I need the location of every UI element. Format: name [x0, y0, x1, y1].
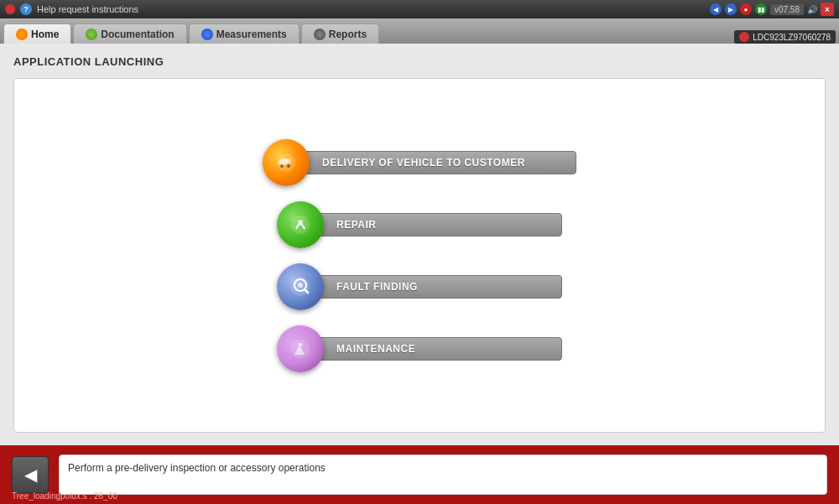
- bottom-bar: ◀ Perform a pre-delivery inspection or a…: [0, 445, 839, 504]
- svg-point-6: [298, 220, 303, 225]
- title-bar-text: Help request instructions: [37, 4, 705, 14]
- launch-panel: DELIVERY OF VEHICLE TO CUSTOMER REPAIR: [13, 78, 826, 433]
- svg-point-3: [280, 164, 284, 168]
- measurements-tab-icon: [201, 29, 213, 40]
- tab-reports[interactable]: Reports: [301, 23, 379, 44]
- svg-point-2: [286, 158, 291, 164]
- tab-documentation[interactable]: Documentation: [73, 23, 186, 44]
- description-box: Perform a pre-delivery inspection or acc…: [59, 455, 827, 495]
- launch-item-repair[interactable]: REPAIR: [277, 201, 562, 248]
- delivery-label: DELIVERY OF VEHICLE TO CUSTOMER: [305, 151, 576, 174]
- help-icon: ?: [20, 3, 32, 15]
- repair-icon: [277, 201, 324, 248]
- close-icon[interactable]: [5, 4, 15, 14]
- status-text: Tree_loadingpolux.s : 26_00: [12, 491, 117, 501]
- nav-back-icon[interactable]: ◀: [710, 3, 722, 15]
- main-content: APPLICATION LAUNCHING DELIVERY OF VEHICL…: [0, 44, 839, 445]
- reports-tab-label: Reports: [329, 29, 367, 40]
- tab-bar: Home Documentation Measurements Reports …: [0, 18, 839, 44]
- repair-label: REPAIR: [319, 213, 562, 236]
- launch-item-maintenance[interactable]: MAINTENANCE: [277, 325, 562, 372]
- fault-label: FAULT FINDING: [319, 275, 562, 299]
- documentation-tab-icon: [86, 29, 97, 40]
- volume-icon[interactable]: ▮▮: [755, 3, 767, 15]
- maintenance-icon: [277, 325, 324, 372]
- svg-point-9: [298, 283, 303, 288]
- documentation-tab-label: Documentation: [101, 29, 174, 40]
- home-tab-icon: [16, 29, 28, 40]
- vehicle-id-text: LDC923LZ97060278: [753, 33, 831, 42]
- fault-icon: [277, 263, 324, 310]
- launch-item-delivery[interactable]: DELIVERY OF VEHICLE TO CUSTOMER: [263, 139, 576, 186]
- tab-measurements[interactable]: Measurements: [189, 23, 300, 44]
- title-bar-controls: ◀ ▶ ● ▮▮ v07.58 🔊 ×: [710, 3, 834, 16]
- vehicle-id-bar: LDC923LZ97060278: [734, 30, 836, 44]
- title-bar: ? Help request instructions ◀ ▶ ● ▮▮ v07…: [0, 0, 839, 18]
- section-title: APPLICATION LAUNCHING: [13, 55, 826, 68]
- vehicle-icon: [739, 32, 749, 42]
- speaker-icon: 🔊: [807, 5, 817, 14]
- nav-forward-icon[interactable]: ▶: [725, 3, 737, 15]
- svg-point-4: [287, 164, 290, 168]
- version-label: v07.58: [770, 4, 804, 15]
- back-button[interactable]: ◀: [12, 456, 49, 493]
- tab-home[interactable]: Home: [3, 23, 71, 44]
- svg-point-12: [299, 343, 302, 346]
- home-tab-label: Home: [31, 29, 59, 40]
- measurements-tab-label: Measurements: [216, 29, 287, 40]
- launch-item-fault[interactable]: FAULT FINDING: [277, 263, 562, 310]
- maintenance-label: MAINTENANCE: [319, 337, 562, 361]
- stop-icon[interactable]: ●: [740, 3, 752, 15]
- reports-tab-icon: [314, 29, 326, 40]
- window-close-button[interactable]: ×: [821, 3, 834, 16]
- description-text: Perform a pre-delivery inspection or acc…: [68, 462, 326, 474]
- delivery-icon: [263, 139, 310, 186]
- back-icon: ◀: [24, 465, 37, 485]
